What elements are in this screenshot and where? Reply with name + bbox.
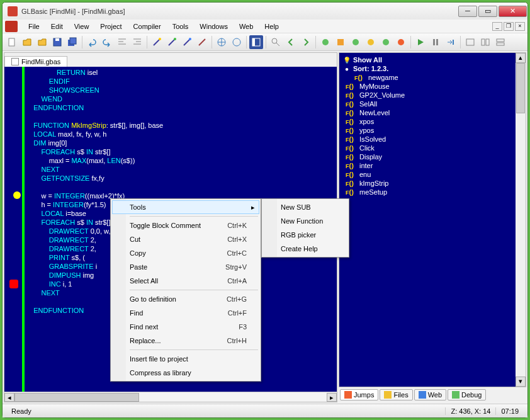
win3-icon[interactable] [493, 35, 507, 49]
submenu-item[interactable]: Create Help [263, 242, 347, 256]
jump-item[interactable]: F()IsSolved [343, 135, 522, 144]
tab-debug[interactable]: Debug [448, 389, 486, 400]
menu-tools[interactable]: Tools [167, 21, 195, 31]
file-tab[interactable]: FindMii.gbas [4, 56, 67, 67]
scroll-left-icon[interactable]: ◂ [4, 393, 14, 402]
wand3-icon[interactable] [180, 35, 194, 49]
mdi-minimize-button[interactable]: _ [492, 22, 502, 31]
open2-icon[interactable] [35, 35, 49, 49]
menu-edit[interactable]: Edit [45, 21, 69, 31]
function-icon: F() [346, 171, 357, 178]
h-scrollbar[interactable]: ◂ ▸ [4, 392, 337, 402]
context-tools-item[interactable]: Tools ▸ [112, 200, 259, 214]
context-item[interactable]: Insert file to project [112, 352, 259, 366]
win1-icon[interactable] [463, 35, 477, 49]
globe-icon[interactable] [215, 35, 228, 49]
saveall-icon[interactable] [65, 35, 79, 49]
jumps-panel: 💡Show All●Sort: 1.2.3.F()newgameF()MyMou… [339, 52, 526, 387]
menu-view[interactable]: View [69, 21, 95, 31]
nav-back-icon[interactable] [284, 35, 298, 49]
context-item[interactable]: Select AllCtrl+A [112, 274, 259, 288]
menu-help[interactable]: Help [259, 21, 285, 31]
nav-fwd-icon[interactable] [299, 35, 313, 49]
jump-header[interactable]: ●Sort: 1.2.3. [343, 64, 522, 73]
v-scrollbar[interactable]: ▴ ▾ [516, 53, 526, 387]
function-icon: F() [346, 188, 357, 196]
menu-compiler[interactable]: Compiler [128, 21, 167, 31]
play-icon[interactable] [414, 35, 427, 49]
menu-file[interactable]: File [23, 21, 45, 31]
jump-item[interactable]: F()newgame [343, 73, 522, 82]
menu-web[interactable]: Web [234, 21, 259, 31]
web-tab-icon [419, 391, 426, 399]
context-item[interactable]: Go to definitionCtrl+G [112, 292, 259, 306]
mdi-close-button[interactable]: × [515, 22, 525, 31]
breakpoint-icon[interactable] [9, 280, 18, 288]
step-icon[interactable] [444, 35, 458, 49]
context-item[interactable]: Replace...Ctrl+H [112, 334, 259, 348]
tab-web[interactable]: Web [414, 389, 446, 400]
jump-item[interactable]: F()Display [343, 152, 522, 161]
jump-item[interactable]: F()GP2X_Volume [343, 91, 522, 99]
submenu-item[interactable]: New Function [263, 214, 347, 228]
tab-files[interactable]: Files [380, 389, 412, 400]
scroll-right-icon[interactable]: ▸ [327, 393, 337, 402]
indent-out-icon[interactable] [115, 35, 129, 49]
context-item[interactable]: Toggle Block CommentCtrl+K [112, 219, 259, 232]
menu-windows[interactable]: Windows [194, 21, 234, 31]
color3-icon[interactable] [349, 35, 363, 49]
jump-item[interactable]: F()meSetup [343, 188, 522, 196]
jump-item[interactable]: F()ypos [343, 126, 522, 135]
menubar: FileEditViewProjectCompilerToolsWindowsW… [3, 20, 527, 33]
redo-icon[interactable] [100, 35, 114, 49]
submenu-item[interactable]: RGB picker [263, 228, 347, 242]
new-icon[interactable] [5, 35, 19, 49]
wand4-icon[interactable] [195, 35, 209, 49]
undo-icon[interactable] [85, 35, 99, 49]
svg-rect-14 [337, 39, 344, 45]
breakpoint-icon[interactable] [13, 191, 21, 199]
minimize-button[interactable]: ─ [458, 6, 477, 17]
tab-jumps[interactable]: Jumps [340, 389, 378, 400]
close-button[interactable]: ✕ [499, 6, 527, 17]
jump-item[interactable]: F()NewLevel [343, 108, 522, 117]
jumps-tab-icon [344, 391, 352, 399]
context-item[interactable]: PasteStrg+V [112, 260, 259, 274]
scroll-up-icon[interactable]: ▴ [516, 53, 526, 63]
jump-item[interactable]: F()SelAll [343, 99, 522, 108]
jump-item[interactable]: F()Click [343, 144, 522, 152]
wand1-icon[interactable] [150, 35, 164, 49]
wand2-icon[interactable] [165, 35, 179, 49]
context-item[interactable]: Find nextF3 [112, 320, 259, 334]
open-icon[interactable] [20, 35, 34, 49]
scroll-down-icon[interactable]: ▾ [516, 377, 526, 387]
menu-project[interactable]: Project [94, 21, 127, 31]
mdi-restore-button[interactable]: ❐ [504, 22, 514, 31]
context-item[interactable]: Compress as library [112, 366, 259, 380]
submenu-item[interactable]: New SUB [263, 200, 347, 214]
indent-in-icon[interactable] [130, 35, 144, 49]
color2-icon[interactable] [334, 35, 347, 49]
context-item[interactable]: CutCtrl+X [112, 232, 259, 246]
globe2-icon[interactable] [230, 35, 244, 49]
zoom-icon[interactable] [269, 35, 283, 49]
context-item[interactable]: FindCtrl+F [112, 306, 259, 320]
jump-item[interactable]: F()enu [343, 170, 522, 179]
maximize-button[interactable]: ▭ [478, 6, 497, 17]
pause-icon[interactable] [429, 35, 443, 49]
save-icon[interactable] [50, 35, 64, 49]
context-item[interactable]: CopyCtrl+C [112, 246, 259, 260]
jump-item[interactable]: F()inter [343, 161, 522, 170]
jump-item[interactable]: F()kImgStrip [343, 179, 522, 188]
panel-icon[interactable] [249, 35, 263, 49]
function-icon: F() [354, 74, 366, 81]
win2-icon[interactable] [478, 35, 492, 49]
jump-item[interactable]: F()xpos [343, 117, 522, 126]
color1-icon[interactable] [319, 35, 332, 49]
color6-icon[interactable] [394, 35, 408, 49]
jump-item[interactable]: F()MyMouse [343, 82, 522, 91]
svg-rect-26 [497, 43, 504, 45]
jump-header[interactable]: 💡Show All [343, 55, 522, 64]
color4-icon[interactable] [364, 35, 378, 49]
color5-icon[interactable] [379, 35, 393, 49]
